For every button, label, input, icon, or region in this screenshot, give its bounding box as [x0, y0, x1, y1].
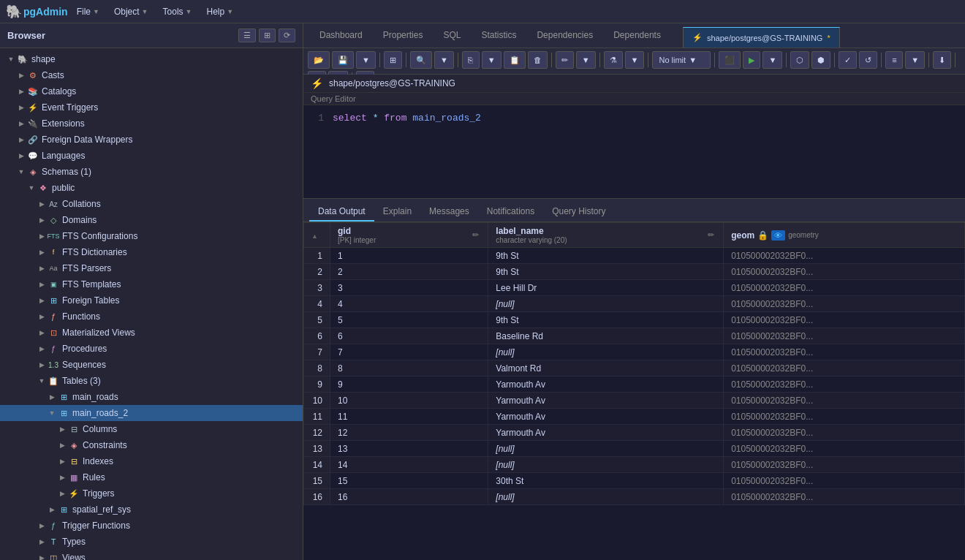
find-dropdown-btn[interactable]: ▼	[434, 51, 454, 69]
sidebar-grid-btn[interactable]: ⊞	[259, 29, 276, 42]
toggle-extensions[interactable]: ▶	[16, 120, 26, 127]
toggle-triggers[interactable]: ▶	[57, 490, 67, 497]
tree-item-extensions[interactable]: ▶ 🔌 Extensions	[0, 116, 303, 132]
save-btn[interactable]: 💾	[332, 51, 354, 69]
sidebar-refresh-btn[interactable]: ⟳	[279, 29, 295, 42]
run-dropdown-btn[interactable]: ▼	[762, 51, 782, 69]
copy-dropdown-btn[interactable]: ▼	[482, 51, 502, 69]
tree-item-rules[interactable]: ▶ ▦ Rules	[0, 469, 303, 485]
toggle-domains[interactable]: ▶	[37, 216, 47, 224]
tab-dependents[interactable]: Dependents	[603, 23, 671, 48]
tree-item-main-roads[interactable]: ▶ ⊞ main_roads	[0, 389, 303, 405]
result-tab-data-output[interactable]: Data Output	[309, 203, 374, 222]
toggle-procedures[interactable]: ▶	[37, 345, 47, 352]
toggle-fts-configs[interactable]: ▶	[37, 232, 47, 240]
delete-btn[interactable]: 🗑	[528, 51, 548, 69]
edit-dropdown-btn[interactable]: ▼	[576, 51, 596, 69]
download-csv-btn[interactable]: ⬇	[933, 51, 951, 69]
tree-item-catalogs[interactable]: ▶ 📚 Catalogs	[0, 83, 303, 99]
tree-item-functions[interactable]: ▶ ƒ Functions	[0, 309, 303, 325]
tree-item-tables[interactable]: ▼ 📋 Tables (3)	[0, 373, 303, 389]
toggle-foreign-tables[interactable]: ▶	[37, 297, 47, 304]
toggle-fts-templates[interactable]: ▶	[37, 281, 47, 288]
tab-sql[interactable]: SQL	[433, 23, 471, 48]
tree-item-indexes[interactable]: ▶ ⊟ Indexes	[0, 453, 303, 469]
tree-item-triggers[interactable]: ▶ ⚡ Triggers	[0, 485, 303, 502]
result-tab-messages[interactable]: Messages	[420, 203, 478, 222]
result-tab-query-history[interactable]: Query History	[543, 203, 614, 222]
col-gid-edit-btn[interactable]: ✏	[471, 230, 480, 240]
menu-object[interactable]: Object ▼	[108, 4, 154, 20]
toggle-tables[interactable]: ▼	[37, 377, 47, 385]
tab-dependencies[interactable]: Dependencies	[526, 23, 603, 48]
open-file-btn[interactable]: 📂	[308, 51, 330, 69]
no-limit-btn[interactable]: No limit ▼	[652, 51, 711, 69]
sidebar-list-btn[interactable]: ☰	[238, 29, 256, 42]
result-tab-explain[interactable]: Explain	[374, 203, 420, 222]
tree-item-trigger-functions[interactable]: ▶ ƒ Trigger Functions	[0, 518, 303, 534]
toggle-sequences[interactable]: ▶	[37, 361, 47, 368]
explain-analyze-btn[interactable]: ⬢	[811, 51, 830, 69]
tree-item-event-triggers[interactable]: ▶ ⚡ Event Triggers	[0, 99, 303, 116]
tree-item-main-roads-2[interactable]: ▼ ⊞ main_roads_2	[0, 405, 303, 421]
tree-item-public[interactable]: ▼ ❖ public	[0, 180, 303, 196]
toggle-schemas[interactable]: ▼	[16, 168, 26, 175]
toggle-languages[interactable]: ▶	[16, 152, 26, 159]
tree-item-fdw[interactable]: ▶ 🔗 Foreign Data Wrappers	[0, 132, 303, 148]
col-toggle-btn[interactable]: ≡	[885, 51, 903, 69]
paste-btn[interactable]: 📋	[504, 51, 526, 69]
tree-item-shape[interactable]: ▼ 🐘 shape	[0, 51, 303, 67]
run-btn[interactable]: ▶	[743, 51, 760, 69]
toggle-types[interactable]: ▶	[37, 538, 47, 545]
tree-item-languages[interactable]: ▶ 💬 Languages	[0, 148, 303, 164]
tree-item-types[interactable]: ▶ T Types	[0, 534, 303, 550]
toggle-mat-views[interactable]: ▶	[37, 329, 47, 336]
tree-item-domains[interactable]: ▶ ◇ Domains	[0, 212, 303, 228]
geom-eye-btn[interactable]: 👁	[771, 230, 785, 241]
edit-btn[interactable]: ✏	[556, 51, 574, 69]
copy-btn[interactable]: ⎘	[462, 51, 480, 69]
col-label-edit-btn[interactable]: ✏	[706, 230, 716, 240]
tree-item-mat-views[interactable]: ▶ ⊡ Materialized Views	[0, 325, 303, 341]
tree-item-schemas[interactable]: ▼ ◈ Schemas (1)	[0, 164, 303, 180]
data-table-container[interactable]: ▲ gid [PK] integer ✏	[303, 222, 965, 560]
toggle-constraints[interactable]: ▶	[57, 442, 67, 449]
tree-item-views[interactable]: ▶ ◫ Views	[0, 550, 303, 560]
tab-dashboard[interactable]: Dashboard	[309, 23, 373, 48]
toggle-columns[interactable]: ▶	[57, 425, 67, 433]
toggle-fts-dicts[interactable]: ▶	[37, 249, 47, 256]
toggle-catalogs[interactable]: ▶	[16, 88, 26, 95]
tree-item-collations[interactable]: ▶ Az Collations	[0, 196, 303, 212]
toggle-casts[interactable]: ▶	[16, 72, 26, 79]
query-tab[interactable]: ⚡ shape/postgres@GS-TRAINING *	[683, 27, 840, 48]
toggle-spatial[interactable]: ▶	[47, 506, 57, 513]
tab-properties[interactable]: Properties	[373, 23, 434, 48]
tree-item-procedures[interactable]: ▶ ƒ Procedures	[0, 341, 303, 357]
toggle-fdw[interactable]: ▶	[16, 136, 26, 143]
toggle-collations[interactable]: ▶	[37, 200, 47, 208]
filter-btn[interactable]: ⚗	[604, 51, 623, 69]
toggle-functions[interactable]: ▶	[37, 313, 47, 320]
stop-btn[interactable]: ⬛	[719, 51, 741, 69]
toggle-main-roads[interactable]: ▶	[47, 393, 57, 401]
toggle-indexes[interactable]: ▶	[57, 458, 67, 465]
rollback-btn[interactable]: ↺	[859, 51, 877, 69]
tree-item-fts-parsers[interactable]: ▶ Aa FTS Parsers	[0, 260, 303, 276]
toggle-event-triggers[interactable]: ▶	[16, 104, 26, 111]
tree-item-fts-configs[interactable]: ▶ FTS FTS Configurations	[0, 228, 303, 244]
col-toggle-dropdown-btn[interactable]: ▼	[905, 51, 925, 69]
tree-item-fts-dicts[interactable]: ▶ f FTS Dictionaries	[0, 244, 303, 260]
grid-btn[interactable]: ⊞	[384, 51, 402, 69]
query-editor-content[interactable]: 1 select * from main_roads_2	[303, 105, 965, 198]
tree-item-spatial-ref-sys[interactable]: ▶ ⊞ spatial_ref_sys	[0, 502, 303, 518]
menu-file[interactable]: File ▼	[71, 4, 105, 20]
toggle-fts-parsers[interactable]: ▶	[37, 265, 47, 272]
filter-dropdown-btn[interactable]: ▼	[625, 51, 645, 69]
tab-statistics[interactable]: Statistics	[471, 23, 526, 48]
toggle-trigger-functions[interactable]: ▶	[37, 522, 47, 529]
explain-btn[interactable]: ⬡	[790, 51, 809, 69]
tree-item-columns[interactable]: ▶ ⊟ Columns	[0, 421, 303, 437]
result-tab-notifications[interactable]: Notifications	[478, 203, 543, 222]
menu-help[interactable]: Help ▼	[200, 4, 239, 20]
tree-item-foreign-tables[interactable]: ▶ ⊞ Foreign Tables	[0, 292, 303, 309]
